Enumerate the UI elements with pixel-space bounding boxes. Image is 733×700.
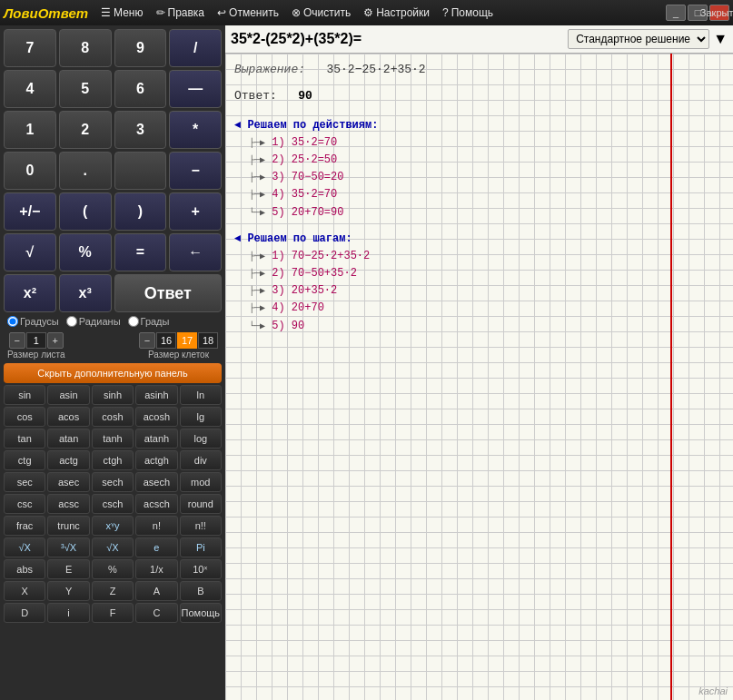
btn-sin[interactable]: sin <box>4 385 45 405</box>
btn-dot[interactable]: . <box>59 152 112 190</box>
btn-plus[interactable]: + <box>169 192 222 231</box>
btn-ctg[interactable]: ctg <box>4 450 45 470</box>
btn-7[interactable]: 7 <box>4 29 56 67</box>
btn-6[interactable]: 6 <box>114 70 167 108</box>
btn-log[interactable]: log <box>180 429 222 449</box>
angle-radians[interactable]: Радианы <box>66 316 121 327</box>
btn-pct[interactable]: % <box>59 233 112 271</box>
menu-item-menu[interactable]: ☰ Меню <box>95 5 148 21</box>
btn-x2[interactable]: x² <box>4 274 56 312</box>
btn-atan[interactable]: atan <box>47 429 89 449</box>
btn-trunc[interactable]: trunc <box>47 516 89 536</box>
btn-neg[interactable]: − <box>169 152 222 190</box>
btn-sinh[interactable]: sinh <box>92 385 134 405</box>
btn-pct2[interactable]: % <box>92 559 134 579</box>
btn-D[interactable]: D <box>4 603 45 623</box>
angle-degrees[interactable]: Градусы <box>7 316 59 327</box>
btn-dfact[interactable]: n!! <box>180 516 222 536</box>
btn-csch[interactable]: csch <box>92 494 134 514</box>
btn-help2[interactable]: Помощь <box>180 603 222 623</box>
btn-0[interactable]: 0 <box>4 152 56 190</box>
btn-minus-bar[interactable]: — <box>169 70 222 108</box>
btn-frac[interactable]: frac <box>4 516 45 536</box>
solution-mode-select[interactable]: Стандартное решение <box>568 29 709 49</box>
btn-tanh[interactable]: tanh <box>92 429 134 449</box>
btn-tan[interactable]: tan <box>4 429 45 449</box>
btn-xpowy[interactable]: xᵞy <box>92 516 134 536</box>
btn-pi[interactable]: Pi <box>180 537 222 557</box>
btn-ln[interactable]: ln <box>180 385 222 405</box>
btn-acosh[interactable]: acosh <box>135 407 177 427</box>
btn-sqrtX[interactable]: √X <box>4 537 45 557</box>
btn-A[interactable]: A <box>135 581 177 601</box>
btn-cbrtX[interactable]: ³√X <box>47 537 89 557</box>
hide-panel-button[interactable]: Скрыть дополнительную панель <box>4 363 222 383</box>
btn-9[interactable]: 9 <box>114 29 167 67</box>
btn-lparen[interactable]: ( <box>59 192 112 231</box>
btn-fact[interactable]: n! <box>135 516 177 536</box>
btn-X[interactable]: X <box>4 581 45 601</box>
btn-answer[interactable]: Ответ <box>114 274 223 312</box>
btn-acos[interactable]: acos <box>47 407 89 427</box>
btn-cosh[interactable]: cosh <box>92 407 134 427</box>
btn-round[interactable]: round <box>180 494 222 514</box>
btn-4[interactable]: 4 <box>4 70 56 108</box>
btn-Z[interactable]: Z <box>92 581 134 601</box>
btn-actgh[interactable]: actgh <box>135 450 177 470</box>
btn-1[interactable]: 1 <box>4 111 56 149</box>
btn-rparen[interactable]: ) <box>114 192 167 231</box>
expression-input[interactable] <box>231 31 564 47</box>
btn-acsch[interactable]: acsch <box>135 494 177 514</box>
btn-divfn[interactable]: div <box>180 450 222 470</box>
btn-ctgh[interactable]: ctgh <box>92 450 134 470</box>
menu-item-clear[interactable]: ⊗ Очистить <box>286 5 356 21</box>
btn-mul[interactable]: * <box>169 111 222 149</box>
menu-item-help[interactable]: ? Помощь <box>437 5 499 21</box>
btn-mod[interactable]: mod <box>180 472 222 492</box>
btn-F[interactable]: F <box>92 603 134 623</box>
btn-5[interactable]: 5 <box>59 70 112 108</box>
sheet-plus-btn[interactable]: + <box>47 332 64 349</box>
btn-cos[interactable]: cos <box>4 407 45 427</box>
btn-i[interactable]: i <box>47 603 89 623</box>
menu-item-settings[interactable]: ⚙ Настройки <box>358 5 435 21</box>
btn-sec[interactable]: sec <box>4 472 45 492</box>
btn-C[interactable]: C <box>135 603 177 623</box>
btn-back[interactable]: ← <box>169 233 222 271</box>
btn-acsc[interactable]: acsc <box>47 494 89 514</box>
minimize-button[interactable]: _ <box>666 5 686 21</box>
btn-inv[interactable]: 1/x <box>135 559 177 579</box>
btn-E[interactable]: E <box>47 559 89 579</box>
btn-sqrt[interactable]: √ <box>4 233 56 271</box>
btn-csc[interactable]: csc <box>4 494 45 514</box>
btn-abs[interactable]: abs <box>4 559 45 579</box>
angle-grads[interactable]: Грады <box>128 316 170 327</box>
menu-item-edit[interactable]: ✏ Правка <box>151 5 211 21</box>
btn-x3[interactable]: x³ <box>59 274 112 312</box>
btn-10x[interactable]: 10ˣ <box>180 559 222 579</box>
btn-asech[interactable]: asech <box>135 472 177 492</box>
btn-sign[interactable]: +/− <box>4 192 56 231</box>
close-button[interactable]: Закрыть <box>709 5 729 21</box>
btn-asin[interactable]: asin <box>47 385 89 405</box>
cell-minus-btn[interactable]: − <box>139 332 155 349</box>
btn-B[interactable]: B <box>180 581 222 601</box>
btn-lg[interactable]: lg <box>180 407 222 427</box>
btn-e[interactable]: e <box>135 537 177 557</box>
btn-actg[interactable]: actg <box>47 450 89 470</box>
sheet-minus-btn[interactable]: − <box>9 332 25 349</box>
btn-sech[interactable]: sech <box>92 472 134 492</box>
btn-eq[interactable]: = <box>114 233 167 271</box>
btn-div[interactable]: / <box>169 29 222 67</box>
btn-atanh[interactable]: atanh <box>135 429 177 449</box>
btn-Y[interactable]: Y <box>47 581 89 601</box>
menu-item-undo[interactable]: ↩ Отменить <box>212 5 284 21</box>
btn-2[interactable]: 2 <box>59 111 112 149</box>
btn-asec[interactable]: asec <box>47 472 89 492</box>
btn-3[interactable]: 3 <box>114 111 167 149</box>
btn-empty1[interactable] <box>114 152 167 190</box>
dropdown-icon: ▼ <box>713 31 728 47</box>
btn-asinh[interactable]: asinh <box>135 385 177 405</box>
btn-8[interactable]: 8 <box>59 29 112 67</box>
btn-nrtX[interactable]: √X <box>92 537 134 557</box>
